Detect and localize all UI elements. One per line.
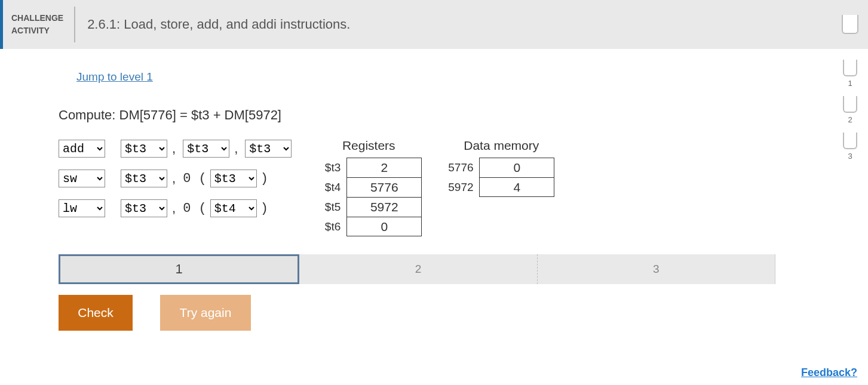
level-cell-2[interactable]: 2 [299, 254, 537, 284]
rail-level-number: 2 [848, 115, 852, 124]
shield-icon [843, 96, 857, 113]
memory-value: 0 [479, 158, 554, 177]
challenge-activity-label: CHALLENGE ACTIVITY [3, 7, 75, 42]
level-progress-bar: 123 [59, 254, 775, 284]
registers-title: Registers [315, 138, 422, 153]
register-value: 5776 [346, 177, 422, 197]
memory-row: 59724 [448, 177, 554, 197]
reg-select[interactable]: $t3$t4$t5$t6 [183, 140, 229, 158]
feedback-link[interactable]: Feedback? [801, 366, 857, 379]
memory-address: 5972 [448, 181, 479, 194]
register-value: 0 [346, 217, 422, 236]
comma: , [172, 201, 176, 216]
rail-level-1[interactable]: 1 [843, 60, 857, 88]
registers-table: Registers $t32$t45776$t55972$t60 [315, 138, 422, 236]
offset-open-paren: 0 ( [183, 171, 207, 186]
jump-to-level-link[interactable]: Jump to level 1 [59, 70, 153, 84]
activity-title: 2.6.1: Load, store, add, and addi instru… [75, 17, 350, 32]
close-paren: ) [260, 201, 268, 216]
instruction-row-0: addaddilwsw$t3$t4$t5$t6,$t3$t4$t5$t6,$t3… [59, 138, 292, 159]
reg-select[interactable]: $t3$t4$t5$t6 [245, 140, 292, 158]
register-value: 5972 [346, 197, 422, 217]
register-row: $t45776 [315, 177, 422, 197]
shield-icon [843, 60, 857, 76]
register-label: $t4 [315, 181, 346, 194]
shield-icon [843, 133, 857, 149]
level-cell-1[interactable]: 1 [59, 254, 299, 284]
opcode-select[interactable]: addaddilwsw [59, 170, 105, 187]
compute-prompt: Compute: DM[5776] = $t3 + DM[5972] [59, 107, 777, 123]
register-row: $t32 [315, 158, 422, 177]
instruction-column: addaddilwsw$t3$t4$t5$t6,$t3$t4$t5$t6,$t3… [59, 138, 292, 236]
opcode-select[interactable]: addaddilwsw [59, 140, 105, 158]
comma: , [234, 141, 238, 156]
rail-level-3[interactable]: 3 [843, 133, 857, 161]
rail-level-number: 3 [848, 152, 852, 161]
register-label: $t3 [315, 161, 346, 174]
instruction-row-1: addaddilwsw$t3$t4$t5$t6,0 ($t3$t4$t5$t6) [59, 168, 292, 189]
opcode-select[interactable]: addaddilwsw [59, 199, 105, 217]
reg-select[interactable]: $t3$t4$t5$t6 [121, 140, 167, 158]
register-value: 2 [346, 158, 422, 177]
comma: , [172, 171, 176, 186]
memory-title: Data memory [448, 138, 554, 153]
reg-select[interactable]: $t3$t4$t5$t6 [210, 199, 257, 217]
memory-row: 57760 [448, 158, 554, 177]
offset-open-paren: 0 ( [183, 201, 207, 216]
reg-select[interactable]: $t3$t4$t5$t6 [121, 199, 167, 217]
memory-value: 4 [479, 177, 554, 197]
rail-level-2[interactable]: 2 [843, 96, 857, 124]
reg-select[interactable]: $t3$t4$t5$t6 [121, 170, 167, 187]
label-line1: CHALLENGE [11, 12, 63, 24]
level-cell-3[interactable]: 3 [538, 254, 775, 284]
rail-level-number: 1 [848, 79, 852, 88]
try-again-button[interactable]: Try again [160, 295, 251, 331]
memory-address: 5776 [448, 161, 479, 174]
header-bar: CHALLENGE ACTIVITY 2.6.1: Load, store, a… [0, 0, 868, 49]
instruction-row-2: addaddilwsw$t3$t4$t5$t6,0 ($t3$t4$t5$t6) [59, 198, 292, 218]
header-shield-icon [842, 15, 858, 34]
label-line2: ACTIVITY [11, 24, 63, 37]
register-label: $t5 [315, 201, 346, 214]
level-rail: 123 [843, 60, 857, 161]
close-paren: ) [260, 171, 268, 186]
memory-table: Data memory 5776059724 [448, 138, 554, 236]
register-row: $t60 [315, 217, 422, 236]
check-button[interactable]: Check [59, 295, 133, 331]
reg-select[interactable]: $t3$t4$t5$t6 [210, 170, 257, 187]
register-label: $t6 [315, 220, 346, 233]
register-row: $t55972 [315, 197, 422, 217]
comma: , [172, 141, 176, 156]
